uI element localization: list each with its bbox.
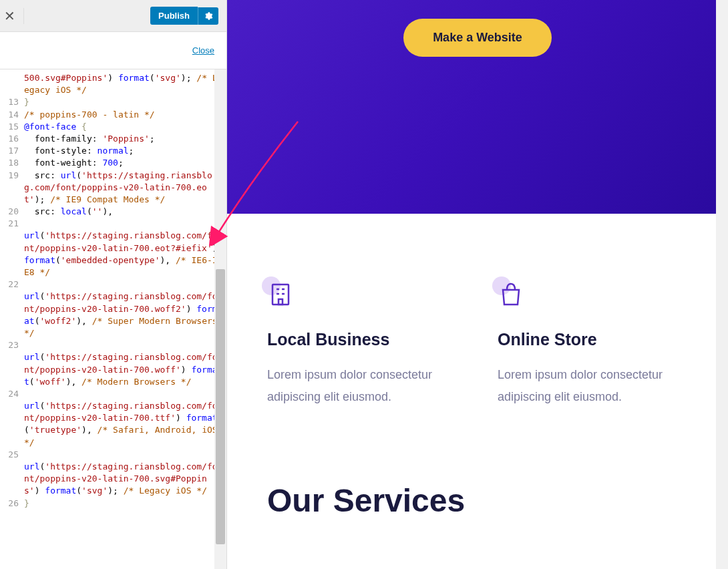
code-content[interactable]: url('https://staging.riansblog.com/font/… bbox=[24, 351, 226, 388]
sidebar-header: ✕ Publish bbox=[0, 0, 226, 32]
code-content[interactable] bbox=[24, 218, 226, 230]
code-content[interactable]: url('https://staging.riansblog.com/font/… bbox=[24, 230, 226, 278]
cta-button[interactable]: Make a Website bbox=[403, 19, 552, 57]
line-number: 15 bbox=[0, 121, 24, 133]
code-line[interactable]: 16 font-family: 'Poppins'; bbox=[0, 133, 226, 145]
code-line[interactable]: 24 bbox=[0, 388, 226, 400]
line-number: 26 bbox=[0, 498, 24, 510]
line-number bbox=[0, 230, 24, 278]
close-panel-button[interactable]: ✕ bbox=[8, 8, 24, 24]
code-line[interactable]: 25 bbox=[0, 449, 226, 461]
svg-rect-0 bbox=[272, 284, 289, 305]
card-text: Lorem ipsum dolor consectetur adipiscing… bbox=[498, 364, 688, 409]
line-number bbox=[0, 400, 24, 449]
close-section-bar: Close bbox=[0, 32, 226, 69]
code-content[interactable]: /* poppins-700 - latin */ bbox=[24, 109, 226, 121]
card-title: Local Business bbox=[267, 330, 458, 349]
svg-rect-5 bbox=[279, 299, 283, 305]
code-line[interactable]: 500.svg#Poppins') format('svg'); /* Lega… bbox=[0, 72, 226, 96]
code-content[interactable]: url('https://staging.riansblog.com/font/… bbox=[24, 291, 226, 339]
feature-card: Local Business Lorem ipsum dolor consect… bbox=[267, 280, 458, 409]
code-line[interactable]: 13} bbox=[0, 96, 226, 108]
code-line[interactable]: 19 src: url('https://staging.riansblog.c… bbox=[0, 170, 226, 206]
code-content[interactable]: } bbox=[24, 96, 226, 108]
code-content[interactable] bbox=[24, 388, 226, 400]
code-line[interactable]: url('https://staging.riansblog.com/font/… bbox=[0, 230, 226, 278]
hero-section: Make a Website bbox=[227, 0, 728, 214]
code-content[interactable]: src: url('https://staging.riansblog.com/… bbox=[24, 170, 226, 206]
building-icon bbox=[267, 280, 297, 310]
code-content[interactable]: } bbox=[24, 498, 226, 510]
line-number: 22 bbox=[0, 278, 24, 291]
code-line[interactable]: 23 bbox=[0, 339, 226, 351]
code-content[interactable]: url('https://staging.riansblog.com/font/… bbox=[24, 400, 226, 449]
code-line[interactable]: url('https://staging.riansblog.com/font/… bbox=[0, 461, 226, 498]
code-content[interactable]: font-weight: 700; bbox=[24, 157, 226, 169]
line-number: 16 bbox=[0, 133, 24, 145]
line-number bbox=[0, 72, 24, 96]
code-content[interactable]: src: local(''), bbox=[24, 206, 226, 218]
site-preview: Make a Website Local Business Lorem ipsu… bbox=[227, 0, 728, 569]
customizer-sidebar: ✕ Publish Close 500.svg#Poppins') format… bbox=[0, 0, 227, 569]
code-content[interactable]: @font-face { bbox=[24, 121, 226, 133]
code-content[interactable]: font-style: normal; bbox=[24, 145, 226, 157]
line-number: 18 bbox=[0, 157, 24, 169]
code-line[interactable]: 14/* poppins-700 - latin */ bbox=[0, 109, 226, 121]
code-line[interactable]: url('https://staging.riansblog.com/font/… bbox=[0, 351, 226, 388]
code-line[interactable]: url('https://staging.riansblog.com/font/… bbox=[0, 400, 226, 449]
code-line[interactable]: url('https://staging.riansblog.com/font/… bbox=[0, 291, 226, 339]
code-line[interactable]: 18 font-weight: 700; bbox=[0, 157, 226, 169]
code-content[interactable]: 500.svg#Poppins') format('svg'); /* Lega… bbox=[24, 72, 226, 96]
code-line[interactable]: 22 bbox=[0, 278, 226, 291]
line-number: 23 bbox=[0, 339, 24, 351]
line-number bbox=[0, 461, 24, 498]
css-code-editor[interactable]: 500.svg#Poppins') format('svg'); /* Lega… bbox=[0, 69, 226, 569]
code-line[interactable]: 17 font-style: normal; bbox=[0, 145, 226, 157]
code-content[interactable] bbox=[24, 278, 226, 291]
code-content[interactable] bbox=[24, 449, 226, 461]
card-text: Lorem ipsum dolor consectetur adipiscing… bbox=[267, 364, 458, 409]
services-title: Our Services bbox=[267, 482, 688, 519]
feature-cards: Local Business Lorem ipsum dolor consect… bbox=[227, 214, 728, 435]
publish-button[interactable]: Publish bbox=[150, 7, 198, 25]
line-number: 24 bbox=[0, 388, 24, 400]
shopping-bag-icon bbox=[498, 280, 527, 310]
line-number: 14 bbox=[0, 109, 24, 121]
code-content[interactable]: url('https://staging.riansblog.com/font/… bbox=[24, 461, 226, 498]
code-content[interactable]: font-family: 'Poppins'; bbox=[24, 133, 226, 145]
code-line[interactable]: 15@font-face { bbox=[0, 121, 226, 133]
line-number: 17 bbox=[0, 145, 24, 157]
feature-card: Online Store Lorem ipsum dolor consectet… bbox=[498, 280, 688, 409]
gear-icon bbox=[204, 11, 213, 21]
close-link[interactable]: Close bbox=[192, 45, 214, 55]
line-number: 21 bbox=[0, 218, 24, 230]
card-title: Online Store bbox=[498, 330, 688, 349]
publish-settings-button[interactable] bbox=[198, 7, 218, 25]
code-line[interactable]: 26} bbox=[0, 498, 226, 510]
header-actions: Publish bbox=[150, 7, 218, 25]
line-number: 20 bbox=[0, 206, 24, 218]
code-line[interactable]: 20 src: local(''), bbox=[0, 206, 226, 218]
preview-scrollbar[interactable] bbox=[716, 0, 728, 569]
line-number: 25 bbox=[0, 449, 24, 461]
line-number: 13 bbox=[0, 96, 24, 108]
editor-scrollbar[interactable] bbox=[214, 69, 226, 569]
line-number bbox=[0, 291, 24, 339]
line-number bbox=[0, 351, 24, 388]
code-line[interactable]: 21 bbox=[0, 218, 226, 230]
services-section: Our Services bbox=[227, 435, 728, 532]
line-number: 19 bbox=[0, 170, 24, 206]
code-content[interactable] bbox=[24, 339, 226, 351]
